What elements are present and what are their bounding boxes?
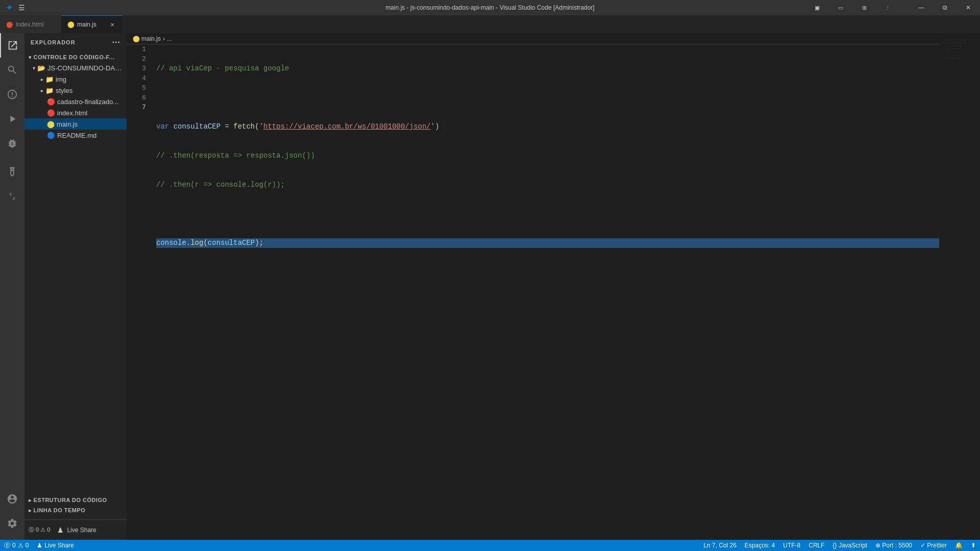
breadcrumb: ⬤ main.js › ... bbox=[127, 33, 939, 44]
sidebar-linha-header[interactable]: ▸ LINHA DO TEMPO bbox=[24, 505, 127, 515]
tab-close-icon[interactable]: ✕ bbox=[108, 20, 116, 29]
sidebar-estrutura-header[interactable]: ▸ ESTRUTURA DO CÓDIGO bbox=[24, 495, 127, 505]
code-editor[interactable]: 1 2 3 4 5 6 7 // api viaCep - pesquisa g… bbox=[127, 44, 939, 540]
varname-consultacep-2: consultaCEP bbox=[208, 238, 255, 248]
layout-icon-1[interactable]: ▣ bbox=[805, 0, 829, 15]
url-viacep: https://viacep.com.br/ws/01001000/json/ bbox=[263, 122, 431, 132]
line-numbers: 1 2 3 4 5 6 7 bbox=[127, 44, 152, 540]
code-line-4: // .then(resposta => resposta.json()) bbox=[156, 151, 939, 161]
vscode-logo-icon: ✦ bbox=[4, 3, 14, 13]
code-line-3: var consultaCEP = fetch ( ' https://viac… bbox=[156, 122, 939, 132]
minimap-content: // api viaCep - pesq var consultaCEP = f… bbox=[939, 33, 980, 65]
eol-text: CRLF bbox=[808, 542, 824, 549]
liveshare-icon: ♟ bbox=[37, 542, 42, 549]
status-language[interactable]: {} JavaScript bbox=[829, 540, 871, 551]
tab-js-icon: ⬤ bbox=[67, 21, 74, 28]
chevron-right-icon: ▸ bbox=[29, 497, 32, 503]
status-git[interactable]: ⓪ 0 ⚠ 0 bbox=[0, 540, 33, 551]
layout-icon-4[interactable]: ⋮ bbox=[876, 0, 899, 15]
sidebar-root-folder[interactable]: ▾ 📂 JS-CONSUMINDO-DADOS-... bbox=[24, 62, 127, 73]
line-num-2: 2 bbox=[127, 54, 146, 64]
status-spaces[interactable]: Espaços: 4 bbox=[741, 540, 779, 551]
keyword-var: var bbox=[156, 122, 169, 132]
status-bell[interactable]: 🔔 bbox=[951, 540, 967, 551]
status-warnings: 0 bbox=[26, 542, 29, 549]
breadcrumb-file: ⬤ main.js › ... bbox=[133, 35, 172, 42]
main-content: EXPLORADOR ··· ▾ CONTROLE DO CÓDIGO-F...… bbox=[0, 33, 980, 540]
sidebar-more-icon[interactable]: ··· bbox=[112, 38, 120, 47]
restore-button[interactable]: ⧉ bbox=[933, 0, 957, 15]
live-share-bar[interactable]: ⓪ 0 ⚠ 0 ♟ Live Share bbox=[24, 519, 127, 540]
activity-remote[interactable] bbox=[0, 184, 24, 209]
plain-paren-close: ) bbox=[435, 122, 439, 132]
tab-main-js[interactable]: ⬤ main.js ✕ bbox=[61, 15, 122, 33]
status-eol[interactable]: CRLF bbox=[804, 540, 828, 551]
activity-bar bbox=[0, 33, 24, 540]
index-html-label: index.html bbox=[57, 109, 87, 117]
html-file-icon-2: 🔴 bbox=[47, 109, 55, 117]
layout-icon-2[interactable]: ▭ bbox=[829, 0, 852, 15]
liveshare-label: Live Share bbox=[44, 542, 74, 549]
layout-icon-3[interactable]: ⊞ bbox=[852, 0, 876, 15]
chevron-right-icon: ▸ bbox=[41, 77, 43, 82]
plain-dot: . bbox=[186, 238, 190, 248]
activity-debug[interactable] bbox=[0, 107, 24, 131]
tab-html-icon: ⬤ bbox=[6, 21, 13, 28]
breadcrumb-rest: ... bbox=[167, 35, 172, 42]
sidebar-project-header[interactable]: ▾ CONTROLE DO CÓDIGO-F... bbox=[24, 52, 127, 62]
status-remote[interactable]: ⬆ bbox=[967, 540, 980, 551]
sidebar-item-cadastro[interactable]: 🔴 cadastro-finalizado... bbox=[24, 96, 127, 107]
hamburger-menu-icon[interactable]: ☰ bbox=[16, 3, 27, 13]
breadcrumb-filename: main.js bbox=[141, 35, 161, 42]
status-encoding[interactable]: UTF-8 bbox=[779, 540, 804, 551]
tab-index-html[interactable]: ⬤ index.html bbox=[0, 15, 61, 33]
chevron-right-icon: ▸ bbox=[29, 508, 32, 513]
md-file-icon: 🔵 bbox=[47, 132, 55, 139]
window-controls: ▣ ▭ ⊞ ⋮ — ⧉ ✕ bbox=[805, 0, 980, 15]
code-area: 1 2 3 4 5 6 7 // api viaCep - pesquisa g… bbox=[127, 44, 939, 540]
status-line-col[interactable]: Ln 7, Col 26 bbox=[699, 540, 741, 551]
method-fetch: fetch bbox=[233, 122, 255, 132]
status-icons: ⓪ 0 ⚠ 0 bbox=[29, 526, 50, 534]
status-liveshare[interactable]: ♟ Live Share bbox=[33, 540, 78, 551]
estrutura-label: ESTRUTURA DO CÓDIGO bbox=[34, 497, 107, 503]
sidebar-item-styles[interactable]: ▸ 📁 styles bbox=[24, 85, 127, 96]
sidebar-header: EXPLORADOR ··· bbox=[24, 33, 127, 51]
styles-folder-label: styles bbox=[56, 87, 72, 94]
styles-folder-icon: 📁 bbox=[45, 87, 54, 94]
sidebar-item-index-html[interactable]: 🔴 index.html bbox=[24, 107, 127, 118]
plain-assign: = bbox=[220, 122, 233, 132]
minimize-button[interactable]: — bbox=[910, 0, 933, 15]
activity-git[interactable] bbox=[0, 82, 24, 107]
activity-settings[interactable] bbox=[0, 511, 24, 536]
line-num-4: 4 bbox=[127, 73, 146, 83]
language-text: {} JavaScript bbox=[833, 542, 867, 549]
activity-testing[interactable] bbox=[0, 160, 24, 184]
comment-4: // .then(resposta => resposta.json()) bbox=[156, 151, 315, 161]
sidebar-item-readme[interactable]: 🔵 README.md bbox=[24, 130, 127, 141]
code-line-5: // .then(r => console.log(r)); bbox=[156, 180, 939, 190]
activity-accounts[interactable] bbox=[0, 487, 24, 511]
code-line-2 bbox=[156, 93, 939, 103]
activity-search[interactable] bbox=[0, 58, 24, 82]
chevron-down-icon: ▾ bbox=[33, 65, 35, 71]
code-content[interactable]: // api viaCep - pesquisa google var cons… bbox=[152, 44, 939, 540]
line-num-7: 7 bbox=[127, 103, 146, 112]
sidebar-item-img[interactable]: ▸ 📁 img bbox=[24, 73, 127, 85]
code-line-6 bbox=[156, 209, 939, 219]
plain-paren-7: ( bbox=[203, 238, 207, 248]
activity-explorer[interactable] bbox=[0, 33, 24, 58]
sidebar-item-main-js[interactable]: ⬤ main.js bbox=[24, 118, 127, 130]
img-folder-icon: 📁 bbox=[45, 76, 54, 83]
activity-extensions[interactable] bbox=[0, 131, 24, 156]
tab-main-js-label: main.js bbox=[77, 21, 96, 28]
close-button[interactable]: ✕ bbox=[957, 0, 980, 15]
titlebar-left-icons: ✦ ☰ bbox=[0, 0, 31, 15]
string-quote-open: ' bbox=[259, 122, 263, 132]
breadcrumb-sep: › bbox=[163, 35, 165, 42]
status-port[interactable]: ⊕ Port : 5500 bbox=[871, 540, 916, 551]
encoding-text: UTF-8 bbox=[783, 542, 800, 549]
js-file-icon: ⬤ bbox=[47, 120, 55, 128]
chevron-down-icon: ▾ bbox=[29, 55, 32, 60]
status-prettier[interactable]: ✓ Prettier bbox=[916, 540, 951, 551]
